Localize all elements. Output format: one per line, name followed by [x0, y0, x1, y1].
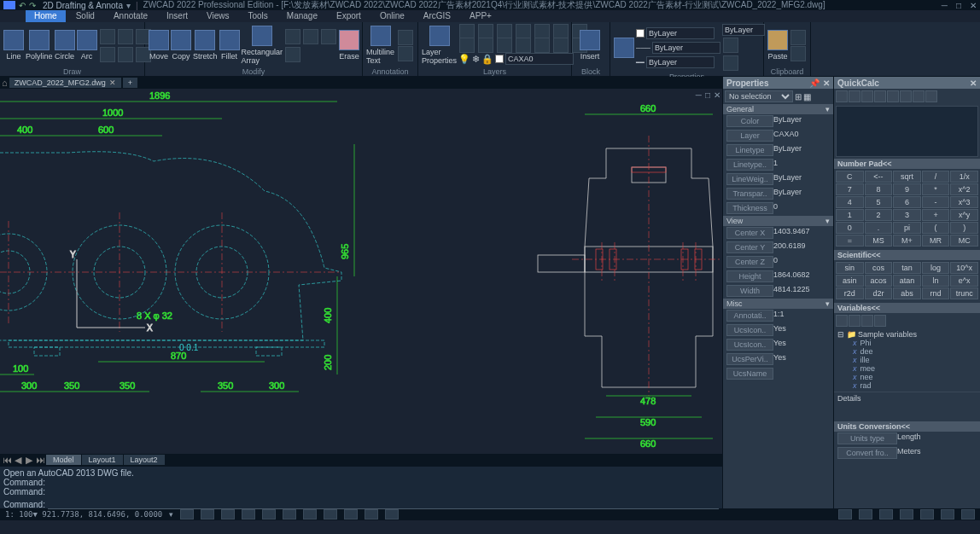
- calc-tool-4[interactable]: [874, 90, 886, 102]
- layer-tool-13[interactable]: [553, 38, 569, 53]
- copy-clip-button[interactable]: [790, 46, 806, 61]
- section-view[interactable]: View▾: [723, 216, 833, 226]
- draw-small-4[interactable]: [100, 47, 115, 62]
- property-row[interactable]: ColorByLayer: [723, 114, 833, 129]
- property-row[interactable]: Center Z0: [723, 255, 833, 270]
- calc-key-([interactable]: (: [922, 222, 950, 234]
- status-r3[interactable]: [879, 509, 893, 519]
- tab-insert[interactable]: Insert: [158, 10, 196, 22]
- numpad-header[interactable]: Number Pad<<: [834, 159, 980, 169]
- var-folder[interactable]: ⊟ 📁 Sample variables: [837, 330, 977, 339]
- calc-key-log[interactable]: log: [922, 262, 950, 274]
- var-item[interactable]: xmee: [837, 364, 977, 373]
- calc-display[interactable]: [836, 106, 978, 157]
- layer-freeze-icon[interactable]: ❄: [472, 54, 480, 65]
- rect-array-button[interactable]: Rectangular Array: [242, 24, 283, 67]
- stretch-button[interactable]: Stretch: [193, 24, 218, 67]
- maximize-button[interactable]: □: [956, 1, 961, 10]
- insert-block-button[interactable]: Insert: [575, 24, 604, 67]
- redo-icon[interactable]: ↷: [29, 1, 36, 10]
- calc-close-icon[interactable]: ✕: [970, 78, 977, 88]
- layer-tool-12[interactable]: [534, 38, 550, 53]
- polyline-button[interactable]: Polyline: [26, 24, 53, 67]
- calc-key-6[interactable]: 6: [893, 196, 921, 208]
- draw-small-5[interactable]: [118, 47, 133, 62]
- var-item[interactable]: xrad: [837, 381, 977, 390]
- layer-tool-10[interactable]: [497, 38, 512, 53]
- units-header[interactable]: Units Conversion<<: [834, 421, 980, 432]
- linetype-combo[interactable]: [652, 42, 720, 54]
- tab-views[interactable]: Views: [198, 10, 238, 22]
- property-row[interactable]: UcsName: [723, 367, 833, 381]
- layer-tool-9[interactable]: [478, 38, 493, 53]
- status-r1[interactable]: [838, 509, 852, 519]
- calc-key-tan[interactable]: tan: [893, 262, 921, 274]
- calc-key--[interactable]: -: [922, 196, 950, 208]
- tab-manage[interactable]: Manage: [278, 10, 326, 22]
- annot-small-2[interactable]: [398, 46, 413, 61]
- calc-key-ln[interactable]: ln: [922, 275, 950, 287]
- calc-key-acos[interactable]: acos: [865, 275, 893, 287]
- layer-combo[interactable]: [505, 53, 574, 65]
- tab-app[interactable]: APP+: [461, 10, 500, 22]
- calc-key-d2r[interactable]: d2r: [865, 287, 893, 299]
- var-tool-4[interactable]: [874, 315, 886, 327]
- section-general[interactable]: General▾: [723, 104, 833, 114]
- tab-last-icon[interactable]: ⏭: [35, 455, 45, 465]
- calc-tool-8[interactable]: [925, 90, 937, 102]
- calc-tool-3[interactable]: [861, 90, 873, 102]
- model-tab[interactable]: Model: [46, 455, 81, 465]
- calc-key-rnd[interactable]: rnd: [922, 287, 950, 299]
- calc-key-3[interactable]: 3: [893, 209, 921, 221]
- new-file-tab-button[interactable]: +: [123, 78, 137, 88]
- property-row[interactable]: UcsIcon..Yes: [723, 338, 833, 352]
- calc-key-M+[interactable]: M+: [893, 235, 921, 247]
- calc-key-x^2[interactable]: x^2: [950, 183, 978, 195]
- prop-combo-2[interactable]: [722, 24, 765, 36]
- sci-header[interactable]: Scientific<<: [834, 250, 980, 260]
- calc-key-+[interactable]: +: [922, 209, 950, 221]
- property-row[interactable]: Width4814.1225: [723, 284, 833, 299]
- status-dropdown-icon[interactable]: ▾: [169, 510, 173, 519]
- props-pin-icon[interactable]: 📌: [809, 78, 820, 88]
- lwt-toggle[interactable]: [303, 509, 317, 519]
- props-close-icon[interactable]: ✕: [823, 78, 830, 88]
- circle-button[interactable]: Circle: [55, 24, 75, 67]
- var-item[interactable]: xille: [837, 356, 977, 364]
- grid-toggle[interactable]: [201, 509, 214, 519]
- calc-key-r2d[interactable]: r2d: [836, 287, 864, 299]
- calc-key-e^x[interactable]: e^x: [950, 275, 978, 287]
- ann-toggle[interactable]: [385, 509, 399, 519]
- calc-key-MS[interactable]: MS: [865, 235, 893, 247]
- var-tool-3[interactable]: [861, 315, 873, 327]
- annot-small-1[interactable]: [398, 30, 413, 45]
- quick-select-icon[interactable]: ⊞: [795, 92, 802, 102]
- move-button[interactable]: Move: [149, 24, 169, 67]
- calc-key-trunc[interactable]: trunc: [950, 287, 978, 299]
- property-row[interactable]: Annotati..1:1: [723, 309, 833, 323]
- copy-button[interactable]: Copy: [171, 24, 191, 67]
- layer-tool-8[interactable]: [459, 38, 475, 53]
- snap-toggle[interactable]: [180, 509, 194, 519]
- line-button[interactable]: Line: [3, 24, 24, 67]
- model-toggle[interactable]: [365, 509, 378, 519]
- property-row[interactable]: Linetype..1: [723, 158, 833, 172]
- prop-tool-1[interactable]: [723, 38, 738, 53]
- tab-export[interactable]: Export: [328, 10, 370, 22]
- calc-key-sin[interactable]: sin: [836, 262, 864, 274]
- calc-key-asin[interactable]: asin: [836, 275, 864, 287]
- calc-key-cos[interactable]: cos: [865, 262, 893, 274]
- layer-lock-icon[interactable]: 🔒: [481, 54, 493, 65]
- calc-key-10^x[interactable]: 10^x: [950, 262, 978, 274]
- calc-key-MC[interactable]: MC: [950, 235, 978, 247]
- calc-key-9[interactable]: 9: [893, 183, 921, 195]
- fillet-button[interactable]: Fillet: [219, 24, 240, 67]
- calc-key-MR[interactable]: MR: [922, 235, 950, 247]
- calc-key-4[interactable]: 4: [836, 196, 864, 208]
- command-input[interactable]: [48, 499, 719, 509]
- calc-key-)[interactable]: ): [950, 222, 978, 234]
- calc-key-0[interactable]: 0: [836, 222, 864, 234]
- calc-key-pi[interactable]: pi: [893, 222, 921, 234]
- layer-tool-11[interactable]: [516, 38, 531, 53]
- modify-small-4[interactable]: [285, 47, 300, 62]
